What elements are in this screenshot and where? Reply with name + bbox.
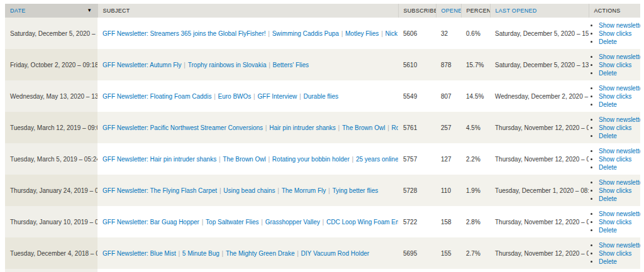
subscribers-cell: 5606: [398, 18, 436, 49]
subject-link[interactable]: GFF Newsletter: Streamers 365 joins the …: [103, 30, 266, 37]
opened-cell: 257: [436, 112, 461, 143]
opened-cell: 110: [436, 175, 461, 206]
delete-link[interactable]: Delete: [599, 227, 617, 234]
subject-separator: |: [294, 250, 301, 257]
subject-link[interactable]: GFF Newsletter: Pacific Northwest Stream…: [103, 124, 263, 131]
sort-by-date-link[interactable]: Date: [10, 8, 26, 14]
subscribers-cell: 5549: [398, 80, 436, 112]
opened-cell: 155: [436, 237, 461, 269]
subject-link[interactable]: Swimming Caddis Pupa: [272, 30, 339, 37]
actions-list: Show newsletter Show clicks Delete: [590, 21, 640, 46]
date-cell: [5, 269, 97, 272]
subject-link[interactable]: Euro BWOs: [218, 93, 252, 100]
subject-link[interactable]: The Brown Owl: [223, 156, 265, 163]
subject-link[interactable]: Top Saltwater Flies: [206, 219, 258, 226]
show-clicks-link[interactable]: Show clicks: [599, 30, 631, 37]
subject-link[interactable]: The Mighty Green Drake: [226, 250, 295, 257]
last-opened-cell: Thursday, November 12, 2020 – 00:43: [490, 143, 589, 175]
show-newsletter-link[interactable]: Show newsletter: [599, 22, 640, 29]
show-newsletter-link[interactable]: Show newsletter: [599, 85, 640, 92]
percent-cell: 14.5%: [461, 80, 490, 112]
delete-link[interactable]: Delete: [599, 38, 617, 45]
subject-link[interactable]: Using bead chains: [223, 187, 275, 194]
subject-link[interactable]: Tying better flies: [332, 187, 378, 194]
actions-cell: [589, 269, 640, 272]
show-newsletter-link[interactable]: Show newsletter: [599, 179, 640, 186]
column-header-last-opened[interactable]: Last opened: [490, 4, 589, 18]
delete-link[interactable]: Delete: [599, 70, 617, 77]
subject-link[interactable]: The Morrum Fly: [282, 187, 326, 194]
show-clicks-link[interactable]: Show clicks: [599, 93, 631, 100]
subject-link[interactable]: Grasshopper Valley: [265, 219, 320, 226]
percent-cell: [461, 269, 490, 272]
subscribers-cell: 5695: [398, 237, 436, 269]
show-clicks-link[interactable]: Show clicks: [599, 187, 631, 194]
subject-separator: |: [339, 30, 345, 37]
show-newsletter-link[interactable]: Show newsletter: [599, 53, 640, 60]
actions-cell: Show newsletter Show clicks Delete: [589, 49, 640, 80]
percent-cell: 4.5%: [461, 112, 490, 143]
date-cell: Tuesday, December 4, 2018 – 03:47: [5, 237, 97, 269]
subject-link[interactable]: DIY Vacuum Rod Holder: [301, 250, 370, 257]
table-header: Date ▼ Subject Subscribers Opened Percen…: [5, 4, 640, 18]
subject-link[interactable]: The Brown Owl: [342, 124, 385, 131]
subject-separator: |: [350, 156, 356, 163]
show-clicks-link[interactable]: Show clicks: [599, 62, 631, 68]
percent-cell: 15.7%: [461, 49, 490, 80]
subject-cell: GFF Newsletter: Pacific Northwest Stream…: [97, 112, 398, 143]
percent-cell: 2.8%: [461, 206, 490, 237]
column-header-opened[interactable]: Opened: [436, 4, 461, 18]
sort-by-last-opened-link[interactable]: Last opened: [496, 8, 537, 14]
actions-cell: Show newsletter Show clicks Delete: [589, 175, 640, 206]
actions-list: Show newsletter Show clicks Delete: [590, 84, 640, 109]
subject-link[interactable]: Trophy rainbows in Slovakia: [188, 62, 267, 68]
delete-link[interactable]: Delete: [599, 258, 617, 265]
actions-cell: Show newsletter Show clicks Delete: [589, 237, 640, 269]
percent-cell: 2.7%: [461, 237, 490, 269]
opened-cell: 807: [436, 80, 461, 112]
show-newsletter-link[interactable]: Show newsletter: [599, 148, 640, 155]
subject-link[interactable]: Hair pin intruder shanks: [269, 124, 336, 131]
show-clicks-link[interactable]: Show clicks: [599, 124, 631, 131]
delete-link[interactable]: Delete: [599, 195, 617, 202]
subject-link[interactable]: GFF Newsletter: Autumn Fly: [103, 62, 182, 68]
show-clicks-link[interactable]: Show clicks: [599, 250, 631, 257]
subject-link[interactable]: 5 Minute Bug: [182, 250, 219, 257]
sort-by-opened-link[interactable]: Opened: [441, 8, 462, 14]
subject-link[interactable]: GFF Newsletter: Blue Mist: [103, 250, 176, 257]
subject-link[interactable]: Durable flies: [303, 93, 338, 100]
percent-cell: 0.6%: [461, 18, 490, 49]
subject-link[interactable]: GFF Newsletter: Hair pin intruder shanks: [103, 156, 216, 163]
subject-separator: |: [263, 124, 269, 131]
subject-link[interactable]: GFF Interview: [258, 93, 297, 100]
table-row: Wednesday, May 13, 2020 – 13:23 GFF News…: [5, 80, 640, 112]
subject-link[interactable]: CDC Loop Wing Foam Emerger: [326, 219, 398, 226]
column-header-percent: Percent: [461, 4, 490, 18]
sort-descending-icon[interactable]: ▼: [87, 8, 92, 13]
percent-cell: 1.9%: [461, 175, 490, 206]
subject-link[interactable]: Motley Flies: [345, 30, 379, 37]
show-newsletter-link[interactable]: Show newsletter: [599, 210, 640, 217]
subject-link[interactable]: Nick Mayer: [386, 30, 398, 37]
show-clicks-link[interactable]: Show clicks: [599, 156, 631, 163]
delete-link[interactable]: Delete: [599, 101, 617, 108]
actions-cell: Show newsletter Show clicks Delete: [589, 18, 640, 49]
newsletter-admin-page: Date ▼ Subject Subscribers Opened Percen…: [0, 0, 644, 272]
subject-link[interactable]: 25 years online!: [356, 156, 398, 163]
delete-link[interactable]: Delete: [599, 133, 617, 139]
subject-link[interactable]: GFF Newsletter: Bar Guag Hopper: [103, 219, 199, 226]
subject-link[interactable]: Rotating your bobbin holder: [272, 156, 350, 163]
column-header-date[interactable]: Date ▼: [5, 4, 97, 18]
actions-cell: Show newsletter Show clicks Delete: [589, 143, 640, 175]
subject-link[interactable]: Rotating your bobbin holder: [392, 124, 398, 131]
subject-separator: |: [326, 187, 332, 194]
show-clicks-link[interactable]: Show clicks: [599, 219, 631, 226]
show-newsletter-link[interactable]: Show newsletter: [599, 116, 640, 123]
delete-link[interactable]: Delete: [599, 164, 617, 171]
subject-link[interactable]: GFF Newsletter: Floating Foam Caddis: [103, 93, 211, 100]
show-newsletter-link[interactable]: Show newsletter: [599, 242, 640, 249]
opened-cell: 878: [436, 49, 461, 80]
subject-separator: |: [297, 93, 303, 100]
subject-link[interactable]: Betters' Flies: [273, 62, 309, 68]
subject-link[interactable]: GFF Newsletter: The Flying Flash Carpet: [103, 187, 217, 194]
